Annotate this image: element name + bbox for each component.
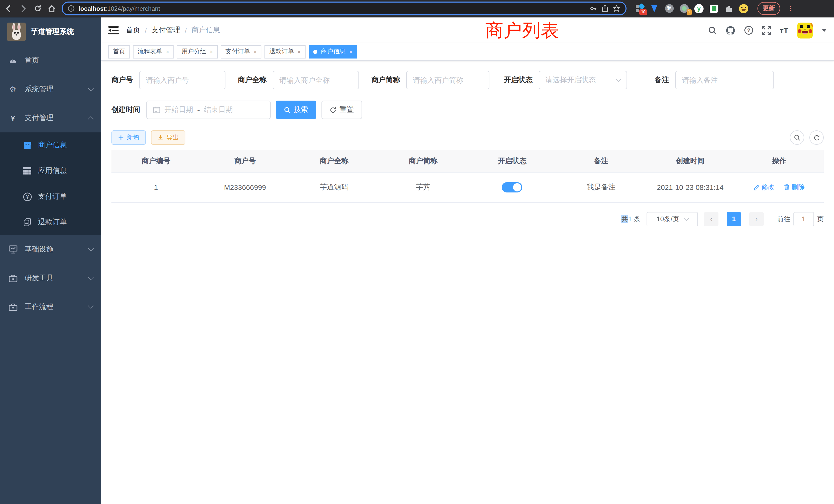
sidebar-fold-icon[interactable] (108, 26, 118, 35)
sidebar-item-label: 研发工具 (25, 274, 82, 283)
sidebar-item-devtools[interactable]: 研发工具 (0, 264, 101, 293)
merchant-fullname-input[interactable] (273, 71, 359, 89)
start-date-placeholder: 开始日期 (164, 105, 193, 114)
sidebar-item-workflow[interactable]: 工作流程 (0, 293, 101, 321)
next-page-button[interactable]: › (749, 212, 764, 226)
tab-pay-order[interactable]: 支付订单× (221, 45, 262, 58)
merchant-no-input[interactable] (139, 71, 225, 89)
address-bar[interactable]: localhost:1024/pay/merchant (62, 2, 627, 16)
calendar-icon (153, 106, 160, 113)
extension-recorder-badge: 1 (686, 9, 692, 15)
sidebar-item-home[interactable]: 首页 (0, 46, 101, 75)
filter-row-2: 创建时间 开始日期 - 结束日期 搜索 (111, 100, 824, 119)
filter-label: 商户全称 (238, 75, 266, 85)
sidebar-item-pay-order[interactable]: ¥ 支付订单 (0, 184, 101, 209)
sidebar-logo-row[interactable]: 芋道管理系统 (0, 18, 101, 46)
filter-row-1: 商户号 商户全称 商户简称 开启状态 请选择开启状态 (111, 71, 824, 89)
page-1-button[interactable]: 1 (727, 212, 741, 226)
range-separator: - (197, 105, 200, 114)
password-key-icon[interactable] (590, 5, 597, 12)
create-time-range-picker[interactable]: 开始日期 - 结束日期 (146, 100, 271, 119)
close-icon[interactable]: × (210, 48, 213, 55)
profile-avatar-icon[interactable] (739, 4, 748, 13)
close-icon[interactable]: × (254, 48, 257, 55)
avatar-caret-icon[interactable] (822, 29, 827, 32)
tags-view-bar: 首页 流程表单× 用户分组× 支付订单× 退款订单× 商户信息× (101, 43, 834, 61)
tab-user-group[interactable]: 用户分组× (177, 45, 218, 58)
extension-doc-icon[interactable] (709, 4, 719, 13)
forward-icon[interactable] (19, 4, 28, 13)
logo-rabbit-image (7, 23, 26, 41)
cell-remark: 我是备注 (557, 173, 646, 202)
sidebar-item-label: 应用信息 (38, 166, 67, 176)
url-host: localhost (79, 5, 106, 12)
close-icon[interactable]: × (166, 48, 169, 55)
extension-grid-icon[interactable]: 10 (635, 4, 644, 13)
sidebar-item-system[interactable]: ⚙ 系统管理 (0, 75, 101, 104)
extension-grid-badge: 10 (639, 9, 647, 15)
extension-y-icon[interactable]: y (694, 4, 704, 13)
cell-actions: 修改 删除 (734, 173, 824, 202)
search-icon[interactable] (708, 26, 717, 35)
chevron-down-icon (88, 303, 94, 309)
status-toggle[interactable] (502, 182, 522, 192)
show-search-icon-button[interactable] (790, 130, 804, 145)
user-avatar[interactable] (797, 22, 813, 38)
reset-button[interactable]: 重置 (322, 100, 362, 119)
tab-merchant-info[interactable]: 商户信息× (309, 45, 357, 58)
table-right-ops (790, 130, 824, 145)
sidebar-item-infra[interactable]: 基础设施 (0, 235, 101, 264)
filter-label: 商户号 (111, 75, 133, 85)
sidebar-item-label: 支付订单 (38, 192, 67, 201)
bookmark-star-icon[interactable] (613, 5, 620, 12)
pagination: 共1 条 10条/页 ‹ 1 › 前往 页 (111, 212, 824, 226)
export-button[interactable]: 导出 (151, 130, 185, 145)
reload-icon[interactable] (33, 4, 42, 13)
font-size-icon[interactable]: ᴛT (780, 26, 788, 35)
share-icon[interactable] (601, 5, 609, 12)
refresh-icon-button[interactable] (809, 130, 824, 145)
chrome-menu-icon[interactable]: ⋮ (787, 5, 794, 12)
extensions-puzzle-icon[interactable] (724, 4, 733, 13)
add-button[interactable]: 新增 (111, 130, 146, 145)
edit-link[interactable]: 修改 (754, 183, 775, 192)
sidebar-item-label: 支付管理 (25, 113, 82, 123)
extension-recorder-icon[interactable]: 1 (679, 4, 689, 13)
site-info-icon[interactable] (68, 5, 74, 12)
sidebar-item-merchant-info[interactable]: 商户信息 (0, 132, 101, 158)
sidebar-item-pay[interactable]: ¥ 支付管理 (0, 104, 101, 132)
remark-input[interactable] (675, 71, 774, 89)
fullscreen-icon[interactable] (762, 26, 771, 35)
extension-command-icon[interactable]: ⌘ (664, 4, 674, 13)
extension-pin-icon[interactable] (650, 4, 659, 13)
delete-link[interactable]: 删除 (784, 183, 805, 192)
page-size-select[interactable]: 10条/页 (646, 212, 698, 226)
home-icon[interactable] (47, 4, 57, 13)
chevron-down-icon (616, 77, 621, 82)
prev-page-button[interactable]: ‹ (704, 212, 719, 226)
sidebar-item-app-info[interactable]: 应用信息 (0, 158, 101, 184)
search-button[interactable]: 搜索 (276, 100, 316, 119)
svg-text:?: ? (747, 27, 750, 33)
toolbox-icon (8, 274, 18, 282)
cell-merchant-id: 1 (111, 173, 200, 202)
tab-home[interactable]: 首页 (108, 45, 130, 58)
breadcrumb-pay[interactable]: 支付管理 (152, 26, 180, 35)
filter-label: 开启状态 (504, 75, 532, 85)
back-icon[interactable] (4, 4, 13, 13)
goto-page-input[interactable] (793, 212, 814, 226)
close-icon[interactable]: × (349, 48, 353, 55)
red-annotation-title: 商户列表 (485, 19, 559, 43)
close-icon[interactable]: × (298, 48, 301, 55)
help-icon[interactable]: ? (744, 26, 754, 35)
chrome-update-button[interactable]: 更新 (758, 2, 780, 15)
github-icon[interactable] (726, 25, 736, 35)
sidebar-item-refund-order[interactable]: 退款订单 (0, 209, 101, 235)
breadcrumb-current: 商户信息 (192, 26, 220, 35)
breadcrumb-home[interactable]: 首页 (126, 26, 140, 35)
documents-icon (23, 218, 32, 226)
status-select[interactable]: 请选择开启状态 (539, 71, 627, 89)
merchant-shortname-input[interactable] (406, 71, 489, 89)
tab-process-form[interactable]: 流程表单× (133, 45, 174, 58)
tab-refund-order[interactable]: 退款订单× (265, 45, 306, 58)
